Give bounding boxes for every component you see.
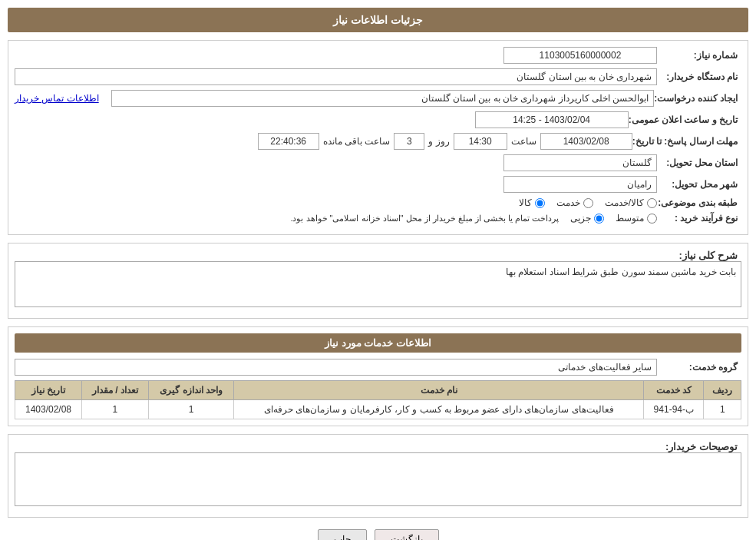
buyer-comments-row: توصیحات خریدار: xyxy=(15,441,741,506)
organization-row: نام دستگاه خریدار: شهرداری خان به بین اس… xyxy=(15,68,741,85)
col-service-code: کد خدمت xyxy=(644,381,704,400)
buyer-comments-content xyxy=(15,452,741,506)
category-radio-group: کالا/خدمت خدمت کالا xyxy=(519,197,657,208)
city-label: شهر محل تحویل: xyxy=(657,179,741,190)
purchase-type-row: نوع فرآیند خرید : متوسط جزیی پرداخت تمام… xyxy=(15,213,741,224)
cell-service-code: ب-94-941 xyxy=(644,400,704,419)
purchase-notice: پرداخت تمام یا بخشی از مبلغ خریدار از مح… xyxy=(290,214,559,224)
service-group-label: گروه خدمت: xyxy=(657,362,741,373)
category-label: طبقه بندی موضوعی: xyxy=(657,197,741,208)
tender-number-value: 1103005160000002 xyxy=(503,47,657,64)
col-row-num: ردیف xyxy=(704,381,741,400)
category-kala-label: کالا xyxy=(519,197,532,208)
remaining-time: 22:40:36 xyxy=(258,133,319,150)
description-section: شرح کلی نیاز: بابت خرید ماشین سمند سورن … xyxy=(8,243,748,319)
purchase-jozee-radio[interactable] xyxy=(594,214,604,224)
cell-date: 1403/02/08 xyxy=(15,400,82,419)
deadline-row: مهلت ارسال پاسخ: تا تاریخ: 1403/02/08 سا… xyxy=(15,133,741,150)
page-title: جزئیات اطلاعات نیاز xyxy=(8,8,748,32)
creator-value: ابوالحسن اخلی کاریرداز شهرداری خان به بی… xyxy=(111,90,655,107)
contact-link[interactable]: اطلاعات تماس خریدار xyxy=(15,93,99,104)
category-kala-radio[interactable] xyxy=(535,198,545,208)
category-row: طبقه بندی موضوعی: کالا/خدمت خدمت کالا xyxy=(15,197,741,208)
deadline-time-label: ساعت xyxy=(511,136,536,147)
description-content: بابت خرید ماشین سمند سورن طبق شرایط اسنا… xyxy=(15,261,741,307)
description-header: شرح کلی نیاز: xyxy=(657,250,741,261)
deadline-date: 1403/02/08 xyxy=(540,133,632,150)
cell-row-num: 1 xyxy=(704,400,741,419)
category-khedmat-item: خدمت xyxy=(556,197,593,208)
print-button[interactable]: چاپ xyxy=(318,529,367,540)
col-quantity: تعداد / مقدار xyxy=(82,381,149,400)
main-info-section: شماره نیاز: 1103005160000002 نام دستگاه … xyxy=(8,40,748,235)
purchase-type-label: نوع فرآیند خرید : xyxy=(657,213,741,224)
announce-datetime-value: 1403/02/04 - 14:25 xyxy=(475,111,629,128)
category-kala-item: کالا xyxy=(519,197,545,208)
city-row: شهر محل تحویل: رامیان xyxy=(15,176,741,193)
city-value: رامیان xyxy=(503,176,657,193)
remaining-days-label: روز و xyxy=(428,136,449,147)
services-section: اطلاعات خدمات مورد نیاز گروه خدمت: سایر … xyxy=(8,326,748,426)
col-unit: واحد اندازه گیری xyxy=(148,381,233,400)
tender-number-label: شماره نیاز: xyxy=(657,50,741,61)
tender-number-row: شماره نیاز: 1103005160000002 xyxy=(15,47,741,64)
page-wrapper: جزئیات اطلاعات نیاز شماره نیاز: 11030051… xyxy=(0,0,756,540)
back-button[interactable]: بازگشت xyxy=(375,529,439,540)
cell-service-name: فعالیت‌های سازمان‌های دارای عضو مربوط به… xyxy=(234,400,644,419)
organization-value: شهرداری خان به بین استان گلستان xyxy=(15,68,657,85)
description-row: شرح کلی نیاز: بابت خرید ماشین سمند سورن … xyxy=(15,250,741,307)
purchase-type-radio-group: متوسط جزیی xyxy=(570,213,657,224)
table-row: 1 ب-94-941 فعالیت‌های سازمان‌های دارای ع… xyxy=(15,400,741,419)
category-kala-khedmat-item: کالا/خدمت xyxy=(605,197,657,208)
services-table: ردیف کد خدمت نام خدمت واحد اندازه گیری ت… xyxy=(15,380,741,419)
service-group-row: گروه خدمت: سایر فعالیت‌های خدماتی xyxy=(15,359,741,376)
category-khedmat-radio[interactable] xyxy=(583,198,593,208)
purchase-motavasset-item: متوسط xyxy=(616,213,657,224)
purchase-jozee-label: جزیی xyxy=(570,213,591,224)
category-kala-khedmat-label: کالا/خدمت xyxy=(605,197,644,208)
province-value: گلستان xyxy=(503,154,657,171)
province-label: استان محل تحویل: xyxy=(657,157,741,168)
deadline-label: مهلت ارسال پاسخ: تا تاریخ: xyxy=(632,136,741,147)
purchase-jozee-item: جزیی xyxy=(570,213,604,224)
deadline-time: 14:30 xyxy=(454,133,507,150)
announce-datetime-label: تاریخ و ساعت اعلان عمومی: xyxy=(629,114,741,125)
cell-unit: 1 xyxy=(148,400,233,419)
category-khedmat-label: خدمت xyxy=(556,197,580,208)
remaining-days: 3 xyxy=(394,133,424,150)
province-row: استان محل تحویل: گلستان xyxy=(15,154,741,171)
remaining-time-label: ساعت باقی مانده xyxy=(323,136,391,147)
buyer-comments-header: توصیحات خریدار: xyxy=(657,441,741,452)
buttons-row: بازگشت چاپ xyxy=(8,529,748,540)
purchase-motavasset-label: متوسط xyxy=(616,213,644,224)
category-kala-khedmat-radio[interactable] xyxy=(647,198,657,208)
cell-quantity: 1 xyxy=(82,400,149,419)
col-date: تاریخ نیاز xyxy=(15,381,82,400)
buyer-comments-section: توصیحات خریدار: xyxy=(8,434,748,518)
organization-label: نام دستگاه خریدار: xyxy=(657,71,741,82)
creator-row: ایجاد کننده درخواست: ابوالحسن اخلی کاریر… xyxy=(15,90,741,107)
services-header: اطلاعات خدمات مورد نیاز xyxy=(15,333,741,353)
announce-datetime-row: تاریخ و ساعت اعلان عمومی: 1403/02/04 - 1… xyxy=(15,111,741,128)
service-group-value: سایر فعالیت‌های خدماتی xyxy=(15,359,657,376)
creator-label: ایجاد کننده درخواست: xyxy=(654,93,741,104)
purchase-motavasset-radio[interactable] xyxy=(647,214,657,224)
col-service-name: نام خدمت xyxy=(234,381,644,400)
